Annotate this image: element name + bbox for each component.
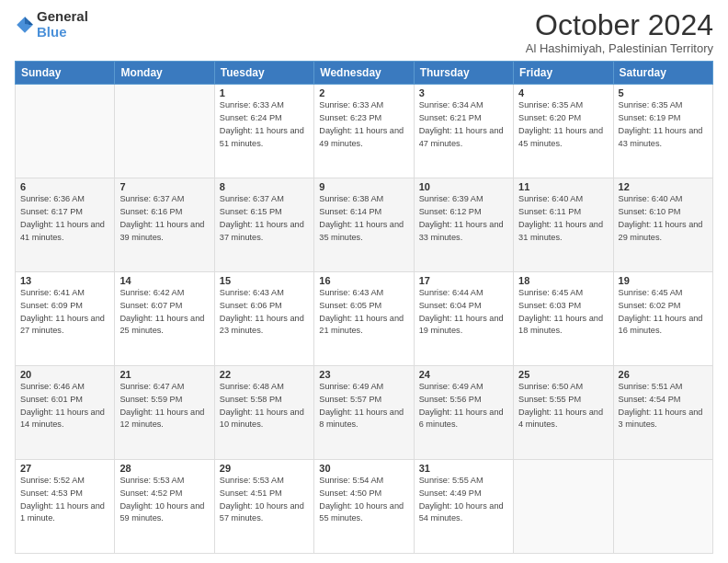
calendar-cell: 31Sunrise: 5:55 AMSunset: 4:49 PMDayligh… [414,460,513,554]
day-number: 6 [20,181,109,192]
day-number: 31 [419,463,508,474]
header-monday: Monday [115,62,214,85]
day-info: Sunrise: 6:39 AMSunset: 6:12 PMDaylight:… [419,193,508,244]
day-info: Sunrise: 5:52 AMSunset: 4:53 PMDaylight:… [20,475,109,525]
calendar-cell: 12Sunrise: 6:40 AMSunset: 6:10 PMDayligh… [613,178,712,272]
calendar-cell: 30Sunrise: 5:54 AMSunset: 4:50 PMDayligh… [314,460,414,554]
svg-marker-2 [28,20,32,24]
calendar-week-row: 13Sunrise: 6:41 AMSunset: 6:09 PMDayligh… [16,272,713,366]
day-number: 25 [518,369,608,380]
header-saturday: Saturday [613,62,712,85]
calendar-cell: 3Sunrise: 6:34 AMSunset: 6:21 PMDaylight… [414,85,513,178]
day-number: 13 [20,275,109,286]
calendar-cell: 16Sunrise: 6:43 AMSunset: 6:05 PMDayligh… [314,272,414,366]
day-number: 3 [419,87,508,98]
day-info: Sunrise: 6:49 AMSunset: 5:56 PMDaylight:… [419,381,508,431]
title-block: October 2024 Al Hashimiyah, Palestinian … [526,9,713,55]
calendar-cell [16,85,115,178]
day-info: Sunrise: 6:50 AMSunset: 5:55 PMDaylight:… [518,381,608,431]
header-wednesday: Wednesday [314,62,414,85]
calendar-cell: 1Sunrise: 6:33 AMSunset: 6:24 PMDaylight… [214,85,313,178]
day-number: 17 [419,275,508,286]
day-info: Sunrise: 6:44 AMSunset: 6:04 PMDaylight:… [419,287,508,338]
day-number: 29 [220,463,309,474]
calendar-week-row: 6Sunrise: 6:36 AMSunset: 6:17 PMDaylight… [16,178,713,272]
day-info: Sunrise: 6:35 AMSunset: 6:20 PMDaylight:… [518,99,608,150]
calendar-week-row: 27Sunrise: 5:52 AMSunset: 4:53 PMDayligh… [16,460,713,554]
calendar-week-row: 20Sunrise: 6:46 AMSunset: 6:01 PMDayligh… [16,366,713,460]
calendar-cell: 5Sunrise: 6:35 AMSunset: 6:19 PMDaylight… [613,85,712,178]
day-info: Sunrise: 6:34 AMSunset: 6:21 PMDaylight:… [419,99,508,150]
day-info: Sunrise: 6:43 AMSunset: 6:06 PMDaylight:… [220,287,309,338]
calendar-cell: 19Sunrise: 6:45 AMSunset: 6:02 PMDayligh… [613,272,712,366]
logo: General Blue [15,9,88,40]
calendar-cell [613,460,712,554]
day-number: 26 [619,369,708,380]
day-info: Sunrise: 6:37 AMSunset: 6:15 PMDaylight:… [220,193,309,244]
calendar-week-row: 1Sunrise: 6:33 AMSunset: 6:24 PMDaylight… [16,85,713,178]
day-info: Sunrise: 6:45 AMSunset: 6:02 PMDaylight:… [619,287,708,338]
day-number: 9 [319,181,408,192]
calendar-cell: 24Sunrise: 6:49 AMSunset: 5:56 PMDayligh… [414,366,513,460]
day-info: Sunrise: 6:33 AMSunset: 6:24 PMDaylight:… [220,99,309,150]
calendar-cell: 26Sunrise: 5:51 AMSunset: 4:54 PMDayligh… [613,366,712,460]
header-thursday: Thursday [414,62,513,85]
day-number: 27 [20,463,109,474]
day-number: 24 [419,369,508,380]
calendar-cell: 27Sunrise: 5:52 AMSunset: 4:53 PMDayligh… [16,460,115,554]
calendar-cell: 20Sunrise: 6:46 AMSunset: 6:01 PMDayligh… [16,366,115,460]
day-number: 21 [119,369,209,380]
day-number: 16 [319,275,408,286]
calendar-cell: 4Sunrise: 6:35 AMSunset: 6:20 PMDaylight… [514,85,613,178]
day-number: 30 [319,463,408,474]
day-info: Sunrise: 6:43 AMSunset: 6:05 PMDaylight:… [319,287,408,338]
month-title: October 2024 [526,9,713,41]
calendar-cell: 29Sunrise: 5:53 AMSunset: 4:51 PMDayligh… [214,460,313,554]
day-number: 19 [619,275,708,286]
calendar-cell: 8Sunrise: 6:37 AMSunset: 6:15 PMDaylight… [214,178,313,272]
day-info: Sunrise: 6:48 AMSunset: 5:58 PMDaylight:… [220,381,309,431]
header-sunday: Sunday [16,62,115,85]
logo-text: General Blue [37,9,88,40]
day-number: 14 [119,275,209,286]
day-number: 20 [20,369,109,380]
calendar-cell: 25Sunrise: 6:50 AMSunset: 5:55 PMDayligh… [514,366,613,460]
page-header: General Blue October 2024 Al Hashimiyah,… [15,9,713,55]
calendar-cell: 23Sunrise: 6:49 AMSunset: 5:57 PMDayligh… [314,366,414,460]
day-info: Sunrise: 5:53 AMSunset: 4:51 PMDaylight:… [220,475,309,525]
day-number: 8 [220,181,309,192]
location-subtitle: Al Hashimiyah, Palestinian Territory [526,41,713,55]
calendar-cell: 18Sunrise: 6:45 AMSunset: 6:03 PMDayligh… [514,272,613,366]
day-number: 10 [419,181,508,192]
day-number: 4 [518,87,608,98]
calendar-cell: 15Sunrise: 6:43 AMSunset: 6:06 PMDayligh… [214,272,313,366]
calendar-cell: 7Sunrise: 6:37 AMSunset: 6:16 PMDaylight… [115,178,214,272]
day-info: Sunrise: 6:37 AMSunset: 6:16 PMDaylight:… [119,193,209,244]
day-info: Sunrise: 6:47 AMSunset: 5:59 PMDaylight:… [119,381,209,431]
day-number: 12 [619,181,708,192]
header-tuesday: Tuesday [214,62,313,85]
day-info: Sunrise: 5:53 AMSunset: 4:52 PMDaylight:… [119,475,209,525]
day-number: 1 [220,87,309,98]
weekday-header-row: Sunday Monday Tuesday Wednesday Thursday… [16,62,713,85]
day-info: Sunrise: 6:40 AMSunset: 6:11 PMDaylight:… [518,193,608,244]
calendar-cell: 2Sunrise: 6:33 AMSunset: 6:23 PMDaylight… [314,85,414,178]
calendar-cell: 10Sunrise: 6:39 AMSunset: 6:12 PMDayligh… [414,178,513,272]
day-number: 15 [220,275,309,286]
day-number: 2 [319,87,408,98]
day-info: Sunrise: 6:45 AMSunset: 6:03 PMDaylight:… [518,287,608,338]
calendar-cell [514,460,613,554]
day-info: Sunrise: 6:36 AMSunset: 6:17 PMDaylight:… [20,193,109,244]
calendar-page: General Blue October 2024 Al Hashimiyah,… [0,0,728,563]
day-info: Sunrise: 6:35 AMSunset: 6:19 PMDaylight:… [619,99,708,150]
day-number: 5 [619,87,708,98]
calendar-cell: 14Sunrise: 6:42 AMSunset: 6:07 PMDayligh… [115,272,214,366]
day-info: Sunrise: 5:55 AMSunset: 4:49 PMDaylight:… [419,475,508,525]
day-info: Sunrise: 6:42 AMSunset: 6:07 PMDaylight:… [119,287,209,338]
calendar-cell [115,85,214,178]
day-number: 22 [220,369,309,380]
calendar-cell: 22Sunrise: 6:48 AMSunset: 5:58 PMDayligh… [214,366,313,460]
calendar-cell: 9Sunrise: 6:38 AMSunset: 6:14 PMDaylight… [314,178,414,272]
day-number: 11 [518,181,608,192]
calendar-cell: 28Sunrise: 5:53 AMSunset: 4:52 PMDayligh… [115,460,214,554]
